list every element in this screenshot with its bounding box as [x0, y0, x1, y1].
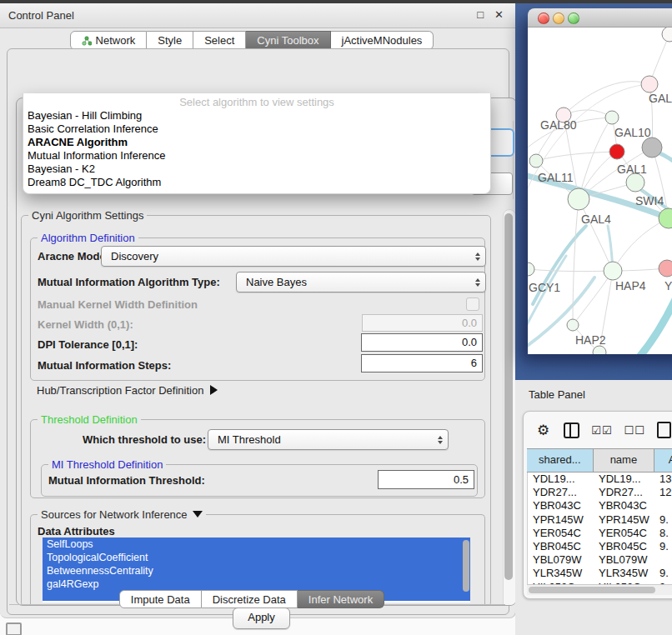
- tab-discretize-data[interactable]: Discretize Data: [202, 590, 298, 608]
- hub-definition-expander[interactable]: Hub/Transcription Factor Definition: [37, 384, 218, 397]
- attribute-item[interactable]: TopologicalCoefficient: [43, 551, 470, 564]
- network-node[interactable]: [528, 262, 534, 276]
- network-node[interactable]: [659, 208, 672, 228]
- network-node[interactable]: [568, 188, 589, 210]
- network-node[interactable]: [567, 319, 579, 331]
- settings-scrollbar-thumb[interactable]: [504, 213, 513, 580]
- mi-type-combo[interactable]: Naive Bayes: [236, 272, 486, 292]
- float-panel-icon[interactable]: □: [477, 8, 484, 21]
- node-table: shared...nameA YDL19...YDL19...13YDR27..…: [527, 448, 672, 590]
- apply-button[interactable]: Apply: [233, 608, 290, 629]
- manual-kernel-checkbox[interactable]: [466, 298, 479, 311]
- network-edge[interactable]: [536, 152, 617, 161]
- network-edge[interactable]: [634, 294, 672, 354]
- table-cell: YBR043C: [528, 499, 594, 512]
- table-row[interactable]: YDR27...YDR27...12: [528, 486, 672, 499]
- tab-style[interactable]: Style: [147, 31, 193, 50]
- which-threshold-combo[interactable]: MI Threshold: [208, 429, 449, 450]
- dropdown-item[interactable]: Basic Correlation Inference: [23, 122, 490, 136]
- mi-threshold-field[interactable]: 0.5: [378, 470, 474, 489]
- table-cell: YDL19...: [528, 472, 594, 486]
- network-node[interactable]: [641, 76, 658, 92]
- attribute-item[interactable]: SelfLoops: [43, 538, 470, 551]
- manual-kernel-label: Manual Kernel Width Definition: [38, 298, 198, 311]
- dropdown-item[interactable]: Bayesian - Hill Climbing: [23, 109, 490, 122]
- column-header[interactable]: name: [594, 449, 655, 472]
- dpi-tolerance-field[interactable]: 0.0: [361, 333, 483, 352]
- cyni-algorithm-settings-group: Cyni Algorithm Settings Algorithm Defini…: [21, 215, 491, 606]
- kernel-width-field[interactable]: 0.0: [362, 314, 483, 332]
- network-edge[interactable]: [528, 269, 613, 272]
- deselect-all-icon[interactable]: ☐☐: [624, 424, 645, 437]
- node-label: GAL4: [581, 212, 611, 226]
- network-graph: GALGAL80GAL10GAL1GAL11SWI4GAL4GCY1HAP4YH…: [528, 28, 672, 354]
- network-node[interactable]: [593, 346, 606, 354]
- settings-scrollbar[interactable]: [503, 209, 516, 606]
- dropdown-item[interactable]: Bayesian - K2: [23, 162, 490, 176]
- tab-cyni-toolbox[interactable]: Cyni Toolbox: [246, 31, 330, 50]
- mi-threshold-group: MI Threshold Definition Mutual Informati…: [41, 464, 478, 497]
- table-row[interactable]: YBR043CYBR043C: [528, 499, 672, 512]
- file-icon[interactable]: [657, 422, 671, 438]
- dropdown-item[interactable]: ARACNE Algorithm: [23, 136, 490, 149]
- table-row[interactable]: YBR045CYBR045C9.: [528, 540, 672, 553]
- mi-threshold-label: Mutual Information Threshold:: [48, 474, 205, 487]
- aracne-mode-combo[interactable]: Discovery: [101, 246, 486, 267]
- table-row[interactable]: YER054CYER054C8.: [528, 527, 672, 540]
- list-scrollbar-thumb[interactable]: [463, 540, 469, 592]
- close-panel-icon[interactable]: ✕: [494, 8, 504, 21]
- minimize-window-icon[interactable]: [553, 12, 564, 24]
- column-header[interactable]: shared...: [527, 449, 594, 472]
- aracne-mode-value: Discovery: [111, 250, 158, 262]
- columns-icon[interactable]: [564, 422, 579, 438]
- collapse-arrow-icon: [193, 511, 203, 518]
- network-edge[interactable]: [579, 118, 612, 199]
- column-header[interactable]: A: [654, 449, 672, 472]
- expander-arrow-icon: [210, 385, 218, 395]
- table-hscrollbar[interactable]: [527, 584, 672, 595]
- network-node[interactable]: [529, 154, 543, 168]
- dropdown-item[interactable]: Dream8 DC_TDC Algorithm: [23, 176, 490, 189]
- table-toolbar: ⚙ ☑☑ ☐☐: [524, 418, 672, 442]
- zoom-window-icon[interactable]: [568, 12, 579, 24]
- network-node[interactable]: [662, 28, 672, 42]
- mi-type-label: Mutual Information Algorithm Type:: [38, 276, 220, 288]
- tab-network[interactable]: Network: [70, 31, 148, 50]
- tab-impute-data[interactable]: Impute Data: [119, 590, 202, 608]
- node-label: GAL: [649, 92, 672, 105]
- gear-icon[interactable]: ⚙: [537, 422, 549, 439]
- table-cell: YLR345W: [594, 567, 654, 580]
- mi-threshold-title: MI Threshold Definition: [48, 458, 166, 471]
- node-label: GAL10: [614, 126, 651, 139]
- tab-infer-network[interactable]: Infer Network: [298, 590, 384, 608]
- network-node[interactable]: [659, 260, 672, 277]
- network-edge[interactable]: [579, 199, 613, 271]
- table-row[interactable]: YPR145WYPR145W9.: [528, 513, 672, 527]
- close-window-icon[interactable]: [538, 12, 549, 24]
- network-window-titlebar[interactable]: [528, 8, 672, 28]
- network-node[interactable]: [642, 138, 662, 158]
- kernel-width-label: Kernel Width (0,1):: [38, 318, 133, 331]
- dropdown-item[interactable]: Mutual Information Inference: [23, 149, 490, 162]
- network-canvas[interactable]: GALGAL80GAL10GAL1GAL11SWI4GAL4GCY1HAP4YH…: [528, 28, 672, 354]
- network-node[interactable]: [609, 144, 624, 159]
- table-row[interactable]: YBL079WYBL079W: [528, 553, 672, 567]
- network-node[interactable]: [605, 111, 619, 124]
- table-cell: 9.: [654, 513, 672, 527]
- network-node[interactable]: [626, 173, 644, 192]
- restore-panel-icon[interactable]: [6, 622, 22, 635]
- table-row[interactable]: YLR345WYLR345W9.: [528, 567, 672, 580]
- attribute-item[interactable]: gal4RGexp: [43, 578, 470, 591]
- tab-select[interactable]: Select: [193, 31, 246, 50]
- algorithm-dropdown-popup: Select algorithm to view settings Bayesi…: [23, 93, 491, 194]
- table-hscrollbar-thumb[interactable]: [529, 587, 655, 593]
- table-row[interactable]: YDL19...YDL19...13: [528, 472, 672, 486]
- network-node[interactable]: [604, 262, 622, 280]
- attribute-item[interactable]: BetweennessCentrality: [43, 564, 470, 578]
- node-label: GAL11: [538, 171, 574, 184]
- node-label: GAL80: [540, 118, 577, 132]
- network-edge[interactable]: [564, 82, 649, 115]
- tab-jactivemnodules[interactable]: jActiveMNodules: [331, 31, 434, 50]
- mi-steps-field[interactable]: 6: [361, 354, 483, 372]
- select-all-icon[interactable]: ☑☑: [591, 424, 612, 437]
